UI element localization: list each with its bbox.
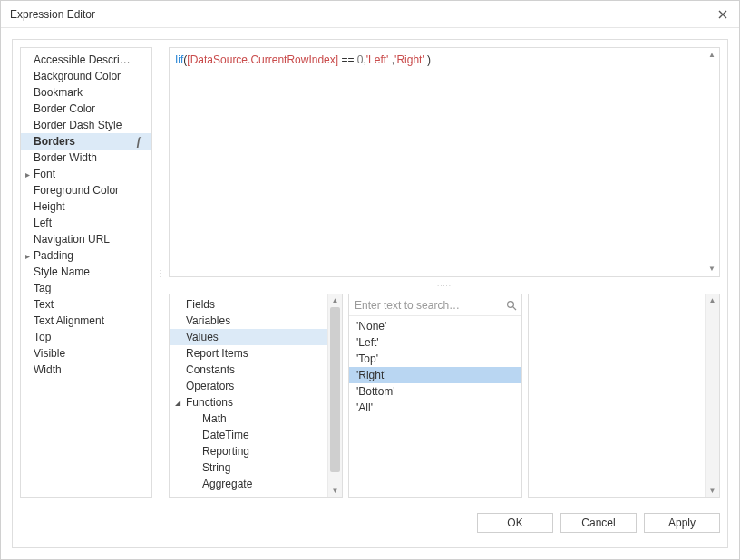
- description-panel: ▲ ▼: [528, 294, 720, 498]
- chevron-right-icon[interactable]: ▸: [23, 169, 32, 179]
- property-item[interactable]: ▸Padding: [21, 247, 151, 264]
- property-label: Bookmark: [34, 86, 83, 99]
- property-label: Border Color: [34, 102, 95, 115]
- properties-panel: Accessible Descri…Background ColorBookma…: [20, 47, 152, 498]
- description-scrollbar[interactable]: ▲ ▼: [705, 294, 719, 497]
- category-label: Aggregate: [202, 478, 252, 490]
- category-label: Math: [202, 412, 227, 425]
- cancel-button[interactable]: Cancel: [560, 513, 637, 533]
- horizontal-splitter[interactable]: ·····: [169, 283, 720, 288]
- top-row: Accessible Descri…Background ColorBookma…: [20, 47, 720, 498]
- window-title: Expression Editor: [10, 8, 714, 21]
- category-item[interactable]: Values: [170, 329, 327, 345]
- property-item[interactable]: Height: [21, 198, 151, 215]
- search-icon[interactable]: [501, 300, 521, 311]
- value-item[interactable]: 'Top': [349, 351, 521, 367]
- category-item[interactable]: Constants: [170, 362, 327, 378]
- category-item[interactable]: Operators: [170, 378, 327, 394]
- scroll-up-icon[interactable]: ▲: [328, 294, 342, 307]
- expression-panel: ▲ Iif([DataSource.CurrentRowIndex] == 0,…: [169, 47, 720, 277]
- categories-scrollbar[interactable]: ▲ ▼: [327, 294, 342, 497]
- category-label: Variables: [186, 314, 230, 327]
- category-label: Report Items: [186, 347, 248, 360]
- svg-point-0: [508, 301, 514, 307]
- content-frame: Accessible Descri…Background ColorBookma…: [12, 39, 728, 548]
- value-item[interactable]: 'Left': [349, 334, 521, 351]
- category-label: Fields: [186, 298, 215, 311]
- properties-list[interactable]: Accessible Descri…Background ColorBookma…: [21, 48, 151, 497]
- property-item[interactable]: Border Dash Style: [21, 117, 151, 133]
- property-item[interactable]: Navigation URL: [21, 231, 151, 247]
- chevron-down-icon[interactable]: ◢: [173, 399, 182, 407]
- apply-button[interactable]: Apply: [644, 513, 720, 533]
- scroll-up-icon[interactable]: ▲: [706, 294, 719, 307]
- property-label: Tag: [34, 282, 51, 294]
- categories-list[interactable]: FieldsVariablesValuesReport ItemsConstan…: [170, 294, 327, 497]
- property-label: Width: [34, 363, 62, 376]
- value-item[interactable]: 'Bottom': [349, 383, 521, 400]
- property-item[interactable]: Foreground Color: [21, 182, 151, 198]
- category-item[interactable]: Aggregate: [170, 476, 327, 492]
- category-item[interactable]: DateTime: [170, 427, 327, 443]
- category-label: Constants: [186, 363, 235, 376]
- values-panel: 'None''Left''Top''Right''Bottom''All': [348, 294, 522, 498]
- property-item[interactable]: Background Color: [21, 68, 151, 84]
- property-item[interactable]: Width: [21, 362, 151, 378]
- property-item[interactable]: Bordersf: [21, 133, 151, 150]
- property-item[interactable]: Style Name: [21, 264, 151, 280]
- search-input[interactable]: [349, 294, 501, 315]
- bottom-row: FieldsVariablesValuesReport ItemsConstan…: [169, 294, 720, 498]
- category-item[interactable]: Reporting: [170, 443, 327, 459]
- scroll-down-icon[interactable]: ▼: [706, 485, 719, 497]
- scroll-up-icon[interactable]: ▲: [706, 50, 717, 61]
- value-item[interactable]: 'All': [349, 400, 521, 416]
- category-item[interactable]: ◢Functions: [170, 394, 327, 410]
- description-body: [529, 294, 705, 497]
- property-item[interactable]: Border Color: [21, 101, 151, 117]
- close-icon[interactable]: [714, 5, 732, 24]
- expr-op: ==: [338, 53, 357, 66]
- category-item[interactable]: Report Items: [170, 345, 327, 362]
- value-label: 'Left': [356, 336, 379, 349]
- property-item[interactable]: ▸Font: [21, 166, 151, 182]
- property-label: Border Dash Style: [34, 119, 122, 131]
- value-label: 'None': [356, 320, 386, 333]
- values-list[interactable]: 'None''Left''Top''Right''Bottom''All': [349, 316, 521, 497]
- scroll-thumb[interactable]: [330, 307, 340, 472]
- button-row: OK Cancel Apply: [20, 506, 720, 535]
- vertical-splitter[interactable]: [158, 47, 163, 498]
- fx-icon: f: [137, 134, 146, 149]
- property-item[interactable]: Left: [21, 215, 151, 231]
- property-label: Borders: [34, 135, 75, 148]
- category-item[interactable]: Math: [170, 410, 327, 427]
- property-item[interactable]: Accessible Descri…: [21, 52, 151, 68]
- property-label: Font: [34, 168, 55, 180]
- property-item[interactable]: Text: [21, 296, 151, 313]
- category-label: Reporting: [202, 445, 249, 458]
- expr-str2: 'Right': [394, 53, 424, 66]
- property-item[interactable]: Top: [21, 329, 151, 345]
- property-item[interactable]: Visible: [21, 345, 151, 362]
- property-item[interactable]: Border Width: [21, 150, 151, 166]
- scroll-down-icon[interactable]: ▼: [706, 264, 717, 275]
- property-label: Height: [34, 200, 65, 213]
- category-item[interactable]: Fields: [170, 296, 327, 313]
- property-item[interactable]: Bookmark: [21, 84, 151, 101]
- property-item[interactable]: Text Alignment: [21, 313, 151, 329]
- property-label: Top: [34, 331, 51, 343]
- chevron-right-icon[interactable]: ▸: [23, 251, 32, 261]
- ok-button[interactable]: OK: [477, 513, 553, 533]
- category-item[interactable]: Variables: [170, 313, 327, 329]
- property-label: Navigation URL: [34, 233, 110, 246]
- property-label: Visible: [34, 347, 65, 360]
- value-item[interactable]: 'None': [349, 318, 521, 334]
- value-label: 'Top': [356, 352, 378, 365]
- category-label: DateTime: [202, 429, 249, 441]
- right-column: ▲ Iif([DataSource.CurrentRowIndex] == 0,…: [169, 47, 720, 498]
- expr-bracketed: [DataSource.CurrentRowIndex]: [187, 53, 338, 66]
- value-item[interactable]: 'Right': [349, 367, 521, 383]
- category-item[interactable]: String: [170, 459, 327, 476]
- expression-editor[interactable]: Iif([DataSource.CurrentRowIndex] == 0,'L…: [175, 53, 705, 271]
- scroll-down-icon[interactable]: ▼: [328, 485, 342, 497]
- property-item[interactable]: Tag: [21, 280, 151, 296]
